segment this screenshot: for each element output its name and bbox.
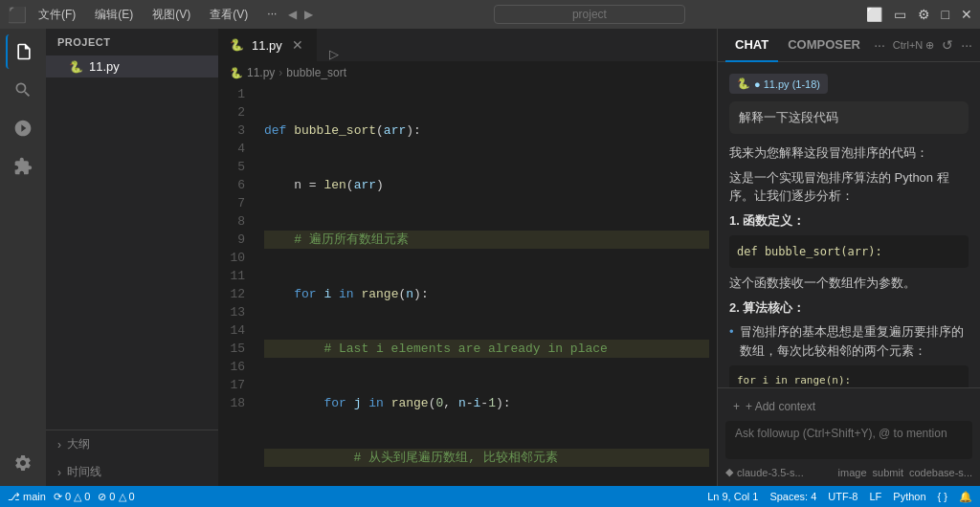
search-input[interactable] (494, 5, 685, 24)
tab-close-button[interactable]: ✕ (290, 37, 305, 53)
code-line-6: for j in range(0, n-i-1): (264, 394, 709, 412)
run-icon: ▷ (329, 47, 339, 61)
code-line-2: n = len(arr) (264, 176, 709, 194)
sidebar-item-label: 11.py (89, 59, 120, 74)
status-notification[interactable]: 🔔 (959, 491, 972, 503)
breadcrumb: 🐍 11.py › bubble_sort (218, 62, 717, 83)
sidebar-outline[interactable]: › 大纲 (46, 430, 218, 458)
sidebar-timeline[interactable]: › 时间线 (46, 458, 218, 486)
breadcrumb-file-icon: 🐍 (230, 67, 243, 79)
chat-content[interactable]: 🐍 ● 11.py (1-18) 解释一下这段代码 我来为您解释这段冒泡排序的代… (718, 62, 980, 387)
status-copilot[interactable]: { } (938, 491, 947, 502)
context-icon: 🐍 (737, 77, 750, 90)
outline-icon: › (57, 438, 61, 452)
tab-composer[interactable]: COMPOSER (778, 29, 870, 62)
context-badge[interactable]: 🐍 ● 11.py (1-18) (729, 74, 828, 94)
code-content: def bubble_sort(arr): n = len(arr) # 遍历所… (256, 83, 717, 486)
menu-file[interactable]: 文件(F) (34, 5, 79, 25)
codebase-button[interactable]: codebase-s... (909, 467, 972, 478)
breadcrumb-sep: › (278, 66, 282, 79)
code-line-5: # Last i elements are already in place (264, 340, 709, 358)
user-message: 解释一下这段代码 (729, 101, 969, 134)
status-sync[interactable]: ⟳ 0 △ 0 (54, 491, 90, 503)
model-icon: ◆ (725, 466, 733, 478)
status-encoding[interactable]: UTF-8 (828, 491, 858, 502)
model-label: claude-3.5-s... (737, 467, 804, 478)
chat-input[interactable] (725, 421, 972, 459)
tab-bar: 🐍 11.py ✕ ▷ (218, 29, 717, 62)
breadcrumb-file[interactable]: 11.py (247, 66, 275, 79)
bullet-dot: • (729, 322, 734, 360)
tab-chat[interactable]: CHAT (725, 29, 778, 62)
tab-file-icon: 🐍 (230, 38, 244, 52)
model-selector[interactable]: ◆ claude-3.5-s... (725, 466, 804, 478)
activity-extensions[interactable] (6, 149, 40, 184)
add-context-button[interactable]: + + Add context (725, 396, 972, 417)
timeline-label: 时间线 (67, 464, 101, 480)
status-bar: ⎇ main ⟳ 0 △ 0 ⊘ 0 △ 0 Ln 9, Col 1 Space… (0, 486, 980, 507)
window-layout1[interactable]: ▭ (894, 7, 906, 22)
assistant-line2: 这是一个实现冒泡排序算法的 Python 程序。让我们逐步分析： (729, 168, 969, 206)
status-errors[interactable]: ⊘ 0 △ 0 (98, 491, 134, 503)
panel-header-actions: ··· Ctrl+N ⊕ ↺ ··· (874, 37, 972, 53)
code-editor[interactable]: 12345 678910 1112131415 161718 def bubbl… (218, 83, 717, 486)
menu-edit[interactable]: 编辑(E) (91, 5, 137, 25)
code-block-1: def bubble_sort(arr): (729, 235, 969, 268)
code-line-3: # 遍历所有数组元素 (264, 231, 709, 249)
activity-explorer[interactable] (6, 34, 40, 69)
timeline-icon: › (57, 466, 61, 479)
window-layout2[interactable]: ⚙ (918, 7, 930, 22)
nav-back[interactable]: ◀ (288, 8, 297, 21)
status-spaces[interactable]: Spaces: 4 (769, 491, 816, 502)
assistant-intro: 我来为您解释这段冒泡排序的代码： (729, 143, 969, 163)
activity-search[interactable] (6, 73, 40, 107)
panel-more-icon[interactable]: ··· (874, 37, 885, 53)
plus-icon: + (733, 400, 740, 413)
menu-more[interactable]: ··· (263, 5, 280, 25)
editor-area: 🐍 11.py ✕ ▷ 🐍 11.py › bubble_sort 12345 … (218, 29, 717, 486)
sidebar-header: PROJECT (46, 29, 218, 55)
sidebar-item-11py[interactable]: 🐍 11.py (46, 55, 218, 77)
titlebar-menu: 文件(F) 编辑(E) 视图(V) 查看(V) ··· (34, 5, 280, 25)
code-line-1: def bubble_sort(arr): (264, 121, 709, 140)
panel-new-chat[interactable]: Ctrl+N ⊕ (893, 39, 935, 52)
right-panel: CHAT COMPOSER ··· Ctrl+N ⊕ ↺ ··· 🐍 ● 11.… (717, 29, 980, 486)
panel-more2-icon[interactable]: ··· (961, 37, 972, 53)
code-line-7: # 从头到尾遍历数组, 比较相邻元素 (264, 449, 709, 467)
status-ln-col[interactable]: Ln 9, Col 1 (707, 491, 758, 502)
section2-title: 2. 算法核心： (729, 298, 969, 318)
nav-forward[interactable]: ▶ (304, 8, 313, 21)
activity-settings[interactable] (6, 446, 40, 480)
editor-tab-11py[interactable]: 🐍 11.py ✕ (218, 29, 318, 61)
status-left: ⎇ main ⟳ 0 △ 0 ⊘ 0 △ 0 (8, 491, 135, 503)
status-language[interactable]: Python (893, 491, 925, 502)
run-button[interactable]: ▷ (322, 47, 346, 61)
main-layout: PROJECT 🐍 11.py › 大纲 › 时间线 🐍 11.py ✕ (0, 29, 980, 486)
breadcrumb-fn[interactable]: bubble_sort (286, 66, 346, 79)
activity-bar (0, 29, 46, 486)
window-maximize[interactable]: □ (942, 7, 949, 22)
menu-view[interactable]: 视图(V) (148, 5, 194, 25)
chat-footer: ◆ claude-3.5-s... image submit codebase-… (725, 466, 972, 478)
status-branch[interactable]: ⎇ main (8, 491, 46, 503)
activity-git[interactable] (6, 111, 40, 145)
status-line-ending[interactable]: LF (870, 491, 882, 502)
code-line-4: for i in range(n): (264, 285, 709, 303)
section1-title: 1. 函数定义： (729, 211, 969, 231)
submit-button[interactable]: submit (873, 467, 903, 478)
panel-header: CHAT COMPOSER ··· Ctrl+N ⊕ ↺ ··· (718, 29, 980, 62)
line-numbers: 12345 678910 1112131415 161718 (218, 83, 256, 486)
status-right: Ln 9, Col 1 Spaces: 4 UTF-8 LF Python { … (707, 491, 972, 503)
panel-history-icon[interactable]: ↺ (942, 37, 953, 53)
menu-view2[interactable]: 查看(V) (206, 5, 252, 25)
activity-bar-bottom (6, 444, 40, 482)
bullet-1: • 冒泡排序的基本思想是重复遍历要排序的数组，每次比较相邻的两个元素： (729, 322, 969, 360)
outline-label: 大纲 (67, 436, 90, 452)
window-minimize[interactable]: ⬜ (866, 7, 882, 22)
sidebar-bottom: › 大纲 › 时间线 (46, 430, 218, 486)
section1-desc: 这个函数接收一个数组作为参数。 (729, 274, 969, 293)
titlebar-left: ⬛ 文件(F) 编辑(E) 视图(V) 查看(V) ··· ◀ ▶ (8, 5, 313, 25)
python-file-icon: 🐍 (69, 60, 83, 74)
image-button[interactable]: image (838, 467, 867, 478)
window-close[interactable]: ✕ (961, 7, 972, 22)
